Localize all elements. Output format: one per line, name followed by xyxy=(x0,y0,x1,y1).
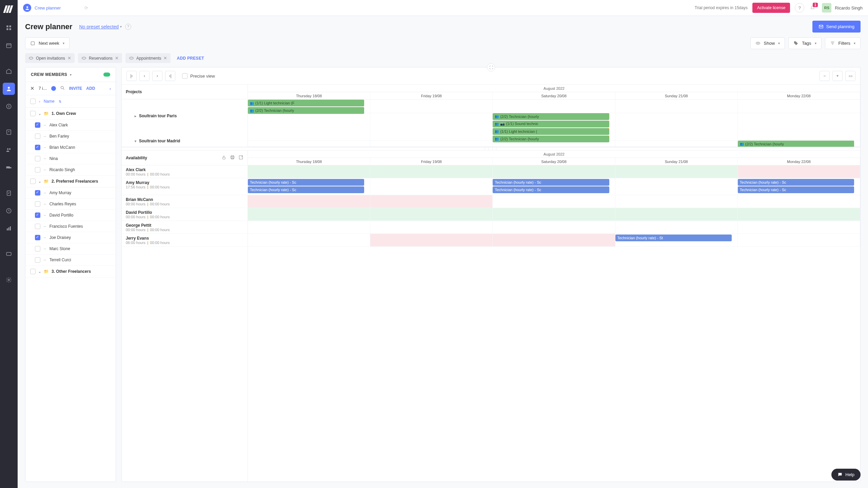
availability-task[interactable]: Technician (hourly rate) - Sc xyxy=(493,179,609,186)
nav-settings-icon[interactable] xyxy=(3,274,15,286)
close-icon[interactable]: ✕ xyxy=(115,56,119,61)
group-checkbox[interactable] xyxy=(30,179,36,184)
preset-selector[interactable]: No preset selected xyxy=(79,24,119,29)
print-icon[interactable] xyxy=(230,155,235,161)
member-checkbox[interactable] xyxy=(35,122,40,128)
name-column-header[interactable]: Name xyxy=(44,99,55,104)
nav-messages-icon[interactable] xyxy=(3,248,15,260)
project-row[interactable]: ▾Soultrain tour Madrid xyxy=(122,135,248,147)
project-task[interactable]: 👥(2/2) Technician (hourly xyxy=(738,141,854,147)
nav-finance-icon[interactable]: $ xyxy=(3,100,15,113)
nav-time-icon[interactable] xyxy=(3,205,15,217)
invite-button[interactable]: INVITE xyxy=(69,86,82,91)
crew-group[interactable]: ⌄📁2. Preferred Freelancers xyxy=(25,176,116,187)
crew-member-row[interactable]: –Ricardo Singh xyxy=(25,164,116,176)
chip-reservations[interactable]: Reservations✕ xyxy=(78,53,122,63)
notifications-button[interactable]: 1 xyxy=(806,5,818,11)
help-fab[interactable]: Help xyxy=(831,469,861,481)
project-task[interactable]: 👥(1/1) Light technician (F xyxy=(248,100,364,106)
nav-next-button[interactable]: › xyxy=(152,71,162,81)
collapse-icon[interactable]: ⌄ xyxy=(38,270,41,273)
crew-member-row[interactable]: –Brian McCann xyxy=(25,142,116,153)
filters-dropdown[interactable]: Filters ▾ xyxy=(825,37,861,49)
project-task[interactable]: 👥(2/2) Technician (hourly xyxy=(493,113,609,120)
zoom-out-button[interactable]: − xyxy=(820,71,830,81)
crew-group[interactable]: ⌄📁3. Other Freelancers xyxy=(25,266,116,278)
tags-dropdown[interactable]: Tags ▾ xyxy=(788,37,821,49)
show-dropdown[interactable]: Show ▾ xyxy=(750,37,785,49)
crew-member-row[interactable]: –Francisco Fuentes xyxy=(25,221,116,232)
send-planning-button[interactable]: Send planning xyxy=(812,21,861,33)
fullscreen-button[interactable]: ⛶ xyxy=(487,63,495,72)
zoom-in-button[interactable]: + xyxy=(832,71,843,81)
member-checkbox[interactable] xyxy=(35,257,40,263)
member-checkbox[interactable] xyxy=(35,134,40,139)
nav-people-icon[interactable] xyxy=(3,144,15,156)
member-checkbox[interactable] xyxy=(35,235,40,240)
help-icon[interactable]: ? xyxy=(795,3,804,13)
member-checkbox[interactable] xyxy=(35,246,40,251)
precise-view-checkbox[interactable] xyxy=(182,73,188,79)
clock-icon[interactable] xyxy=(51,86,56,91)
lock-icon[interactable] xyxy=(221,155,226,161)
availability-task[interactable]: Technician (hourly rate) - Sc xyxy=(738,186,854,193)
crew-member-row[interactable]: –Amy Murray xyxy=(25,187,116,199)
visibility-toggle[interactable] xyxy=(103,73,110,77)
nav-reports-icon[interactable] xyxy=(3,222,15,235)
precise-view-toggle[interactable]: Precise view xyxy=(182,73,215,79)
resize-handle[interactable]: ⋮⋮⋮⋮ xyxy=(122,147,860,150)
collapse-icon[interactable]: ⌄ xyxy=(38,112,41,116)
caret-down-icon[interactable]: ▾ xyxy=(70,73,72,77)
nav-tasks-icon[interactable] xyxy=(3,187,15,199)
close-icon[interactable]: ✕ xyxy=(67,56,71,61)
user-name[interactable]: Ricardo Singh xyxy=(835,5,863,11)
member-checkbox[interactable] xyxy=(35,201,40,207)
nav-contacts-icon[interactable] xyxy=(3,126,15,138)
member-checkbox[interactable] xyxy=(35,190,40,196)
nav-vehicles-icon[interactable] xyxy=(3,161,15,174)
availability-task[interactable]: Technician (hourly rate) - Sc xyxy=(248,179,364,186)
user-avatar[interactable]: RS xyxy=(822,3,831,13)
chip-open-invitations[interactable]: Open invitations✕ xyxy=(25,53,75,63)
crew-member-row[interactable]: –Marc Stone xyxy=(25,243,116,255)
group-checkbox[interactable] xyxy=(30,269,36,274)
project-task[interactable]: 👥📷 (1/1) Sound technic xyxy=(493,121,609,127)
member-checkbox[interactable] xyxy=(35,212,40,218)
close-icon[interactable]: ✕ xyxy=(163,56,167,61)
project-task[interactable]: 👥(1/1) Light technician ( xyxy=(493,128,609,135)
member-checkbox[interactable] xyxy=(35,156,40,161)
crew-member-row[interactable]: –David Portillo xyxy=(25,210,116,221)
project-row[interactable]: ▸Soultrain tour Paris xyxy=(122,110,248,122)
nav-warehouse-icon[interactable] xyxy=(3,65,15,77)
nav-first-button[interactable]: |‹ xyxy=(126,71,137,81)
nav-crew-icon[interactable] xyxy=(3,83,15,95)
nav-calendar-icon[interactable] xyxy=(3,39,15,52)
add-button[interactable]: ADD xyxy=(86,86,95,91)
preset-help-icon[interactable]: ? xyxy=(125,24,131,30)
member-checkbox[interactable] xyxy=(35,224,40,229)
open-icon[interactable] xyxy=(238,155,243,161)
zoom-fit-button[interactable]: ▭ xyxy=(845,71,855,81)
tab-title[interactable]: Crew planner xyxy=(35,5,61,11)
add-preset-button[interactable]: ADD PRESET xyxy=(177,56,204,61)
nav-prev-button[interactable]: ‹ xyxy=(139,71,150,81)
period-selector[interactable]: Next week ▾ xyxy=(25,37,70,49)
availability-task[interactable]: Technician (hourly rate) - Sc xyxy=(248,186,364,193)
nav-dashboard-icon[interactable] xyxy=(3,22,15,34)
collapse-icon[interactable]: ⌄ xyxy=(38,180,41,183)
crew-member-row[interactable]: –Joe Draisey xyxy=(25,232,116,243)
chevron-right-icon[interactable]: › xyxy=(110,86,111,91)
crew-member-row[interactable]: –Terrell Curci xyxy=(25,255,116,266)
availability-task[interactable]: Technician (hourly rate) - St xyxy=(615,235,732,241)
group-checkbox[interactable] xyxy=(30,111,36,116)
chip-appointments[interactable]: Appointments✕ xyxy=(125,53,171,63)
expand-icon[interactable]: › xyxy=(39,99,40,103)
crew-member-row[interactable]: –Alex Clark xyxy=(25,120,116,131)
availability-task[interactable]: Technician (hourly rate) - Sc xyxy=(493,186,609,193)
availability-task[interactable]: Technician (hourly rate) - Sc xyxy=(738,179,854,186)
member-checkbox[interactable] xyxy=(35,145,40,150)
activate-license-button[interactable]: Activate license xyxy=(752,3,790,13)
crew-member-row[interactable]: –Nina xyxy=(25,153,116,164)
crew-member-row[interactable]: –Ben Farley xyxy=(25,131,116,142)
clear-selection-button[interactable]: ✕ xyxy=(30,85,35,92)
